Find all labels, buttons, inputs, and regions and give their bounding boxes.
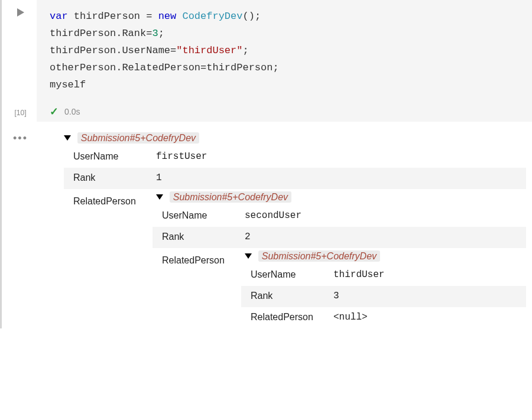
more-icon[interactable]: •••: [13, 132, 28, 144]
run-icon[interactable]: [17, 8, 24, 17]
code-block[interactable]: var thirdPerson = new CodefryDev(); thir…: [37, 0, 532, 102]
code-line: thirdPerson.UserName="thirdUser";: [50, 43, 519, 60]
property-key: RelatedPerson: [241, 307, 330, 326]
code-cell: var thirdPerson = new CodefryDev(); thir…: [0, 0, 532, 102]
property-key: UserName: [241, 265, 330, 284]
property-row[interactable]: UserName firstUser: [64, 146, 526, 168]
expander-icon[interactable]: [64, 135, 71, 141]
property-row[interactable]: UserName thirdUser: [241, 265, 526, 286]
property-value: firstUser: [153, 146, 526, 165]
code-line: var thirdPerson = new CodefryDev();: [50, 8, 519, 25]
object-header[interactable]: Submission#5+CodefryDev: [64, 130, 526, 146]
property-row[interactable]: RelatedPerson <null>: [241, 307, 526, 328]
type-label: Submission#5+CodefryDev: [77, 132, 199, 144]
property-row[interactable]: RelatedPerson Submission#5+CodefryDev Us: [153, 248, 526, 328]
property-row[interactable]: Rank 1: [64, 168, 526, 189]
property-row[interactable]: UserName secondUser: [153, 206, 526, 227]
code-line: otherPerson.RelatedPerson=thirdPerson;: [50, 60, 519, 77]
result-row: [10] ✓ 0.0s: [0, 102, 532, 125]
property-key: RelatedPerson: [153, 248, 241, 269]
timing-label: 0.0s: [64, 107, 80, 116]
code-line: myself: [50, 77, 519, 94]
expander-icon[interactable]: [245, 253, 252, 259]
property-row[interactable]: RelatedPerson Submission#5+CodefryDev Us…: [64, 189, 526, 328]
success-icon: ✓: [50, 105, 59, 118]
property-value: thirdUser: [330, 265, 526, 284]
object-header[interactable]: Submission#5+CodefryDev: [241, 248, 526, 265]
property-key: UserName: [153, 206, 241, 224]
property-row[interactable]: Rank 3: [241, 286, 526, 307]
property-key: Rank: [153, 227, 241, 246]
property-value: 1: [153, 168, 526, 187]
property-key: Rank: [241, 286, 330, 305]
type-label: Submission#5+CodefryDev: [258, 250, 380, 262]
object-header[interactable]: Submission#5+CodefryDev: [153, 189, 526, 206]
output-tree: Submission#5+CodefryDev UserName firstUs…: [37, 130, 532, 328]
property-key: RelatedPerson: [64, 189, 153, 210]
type: CodefryDev: [182, 11, 242, 22]
property-key: Rank: [64, 168, 153, 187]
property-row[interactable]: Rank 2: [153, 227, 526, 248]
property-value: 3: [330, 286, 526, 305]
code-line: thirdPerson.Rank=3;: [50, 25, 519, 43]
type-label: Submission#5+CodefryDev: [170, 191, 291, 203]
keyword: new: [158, 11, 177, 22]
property-value: 2: [241, 227, 526, 246]
execution-count: [10]: [4, 106, 37, 117]
property-value: <null>: [330, 307, 526, 326]
cell-gutter: [4, 0, 37, 102]
expander-icon[interactable]: [156, 194, 163, 200]
property-value: secondUser: [241, 206, 526, 224]
keyword: var: [50, 11, 68, 22]
property-key: UserName: [64, 146, 153, 165]
output-gutter: •••: [4, 130, 37, 328]
output-cell: ••• Submission#5+CodefryDev UserName fir…: [0, 125, 532, 328]
identifier: thirdPerson: [74, 11, 140, 22]
